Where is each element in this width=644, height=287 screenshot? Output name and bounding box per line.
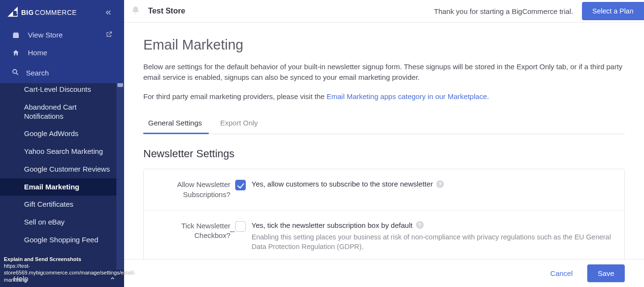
sidebar-item-abandoned-cart[interactable]: Abandoned Cart Notifications	[0, 99, 124, 125]
footer-actions: Cancel Save	[124, 259, 644, 287]
cancel-button[interactable]: Cancel	[545, 265, 578, 281]
allow-newsletter-checkbox[interactable]	[235, 180, 246, 190]
sidebar-view-store[interactable]: View Store	[0, 26, 124, 44]
external-link-icon	[106, 31, 113, 39]
sidebar-item-email-marketing[interactable]: Email Marketing	[0, 178, 124, 196]
collapse-sidebar-button[interactable]	[101, 5, 115, 20]
trial-message: Thank you for starting a BigCommerce tri…	[434, 7, 573, 15]
chevron-up-icon	[110, 275, 115, 281]
sidebar-item-sell-on-ebay[interactable]: Sell on eBay	[0, 213, 124, 231]
sidebar-scrollbar[interactable]	[116, 83, 124, 270]
tick-newsletter-checkbox[interactable]	[235, 221, 246, 232]
select-plan-button[interactable]: Select a Plan	[582, 2, 644, 20]
scrollbar-thumb[interactable]	[117, 83, 123, 87]
content: Email Marketing Below are settings for t…	[124, 23, 644, 259]
sidebar-item-cart-level-discounts[interactable]: Cart-Level Discounts	[0, 83, 124, 99]
section-title: Newsletter Settings	[143, 148, 625, 160]
sidebar-item-yahoo-search[interactable]: Yahoo Search Marketing	[0, 143, 124, 161]
bigcommerce-logo-icon	[7, 6, 20, 19]
home-icon	[12, 49, 20, 57]
save-button[interactable]: Save	[587, 264, 625, 282]
tick-newsletter-hint: Enabling this setting places your busine…	[252, 232, 615, 252]
search-icon	[12, 68, 19, 77]
tab-export-only[interactable]: Export Only	[215, 113, 271, 134]
sidebar-search[interactable]: Search	[0, 63, 124, 83]
sidebar-scroll-area: Cart-Level Discounts Abandoned Cart Noti…	[0, 83, 124, 270]
sidebar-home[interactable]: Home	[0, 44, 124, 62]
tabs: General Settings Export Only	[143, 113, 625, 134]
page-description-2: For third party email marketing provider…	[143, 91, 624, 102]
field-label: Tick Newsletter Checkbox?	[153, 221, 230, 252]
marketplace-link[interactable]: Email Marketing apps category in our Mar…	[327, 92, 487, 100]
allow-newsletter-text: Yes, allow customers to subscribe to the…	[252, 180, 433, 188]
page-description-1: Below are settings for the default behav…	[143, 62, 624, 83]
main: Test Store Thank you for starting a BigC…	[124, 0, 644, 287]
help-icon[interactable]: ?	[436, 180, 444, 188]
sidebar-home-label: Home	[28, 49, 47, 57]
field-tick-newsletter: Tick Newsletter Checkbox? Yes, tick the …	[144, 210, 624, 259]
notifications-icon[interactable]	[131, 6, 140, 17]
storefront-icon	[12, 31, 20, 39]
page-title: Email Marketing	[143, 37, 625, 53]
field-allow-newsletter: Allow Newsletter Subscriptions? Yes, all…	[144, 169, 624, 210]
tick-newsletter-text: Yes, tick the newsletter subscription bo…	[252, 221, 413, 229]
logo: BIGCOMMERCE	[7, 6, 77, 19]
sidebar-view-store-label: View Store	[28, 31, 63, 39]
store-name: Test Store	[148, 7, 185, 15]
sidebar-help-label: Help	[13, 275, 28, 283]
sidebar-item-gift-certificates[interactable]: Gift Certificates	[0, 196, 124, 213]
settings-panel: Allow Newsletter Subscriptions? Yes, all…	[143, 169, 625, 259]
sidebar-item-google-adwords[interactable]: Google AdWords	[0, 125, 124, 143]
chevron-double-left-icon	[105, 9, 112, 16]
sidebar: BIGCOMMERCE View Store	[0, 0, 124, 287]
sidebar-item-google-reviews[interactable]: Google Customer Reviews	[0, 161, 124, 178]
svg-point-0	[13, 70, 17, 74]
sidebar-search-label: Search	[26, 69, 49, 77]
field-label: Allow Newsletter Subscriptions?	[153, 180, 230, 200]
header: Test Store Thank you for starting a BigC…	[124, 0, 644, 23]
sidebar-item-google-shopping[interactable]: Google Shopping Feed	[0, 231, 124, 249]
help-icon[interactable]: ?	[416, 221, 424, 229]
sidebar-help[interactable]: Help	[0, 270, 124, 287]
tab-general-settings[interactable]: General Settings	[143, 113, 215, 134]
